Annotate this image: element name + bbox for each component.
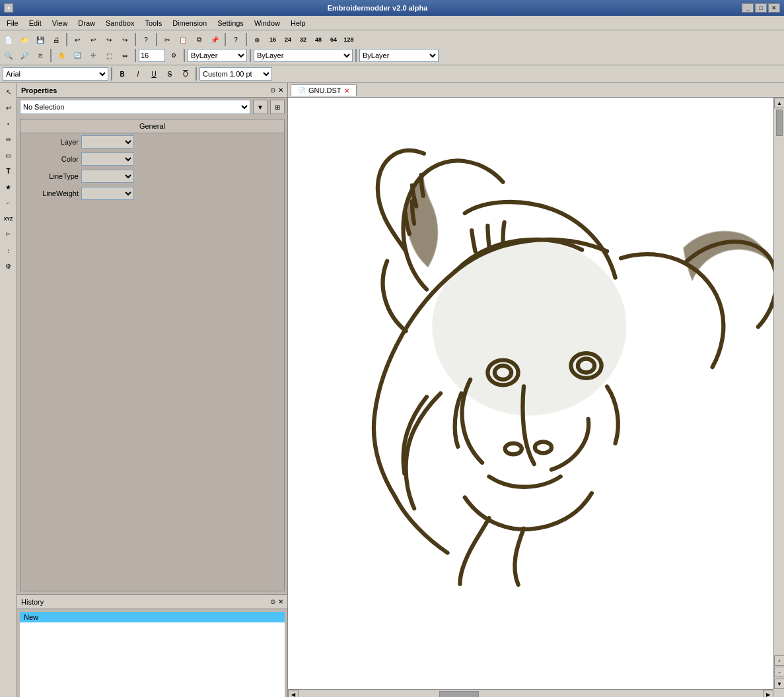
settings-tool[interactable]: ⚙	[1, 259, 16, 273]
scroll-down-btn2[interactable]: −	[774, 667, 784, 677]
rotate-button[interactable]: 🔄	[70, 48, 85, 63]
separator12	[196, 67, 197, 81]
scroll-left-btn[interactable]: ◀	[288, 690, 299, 698]
linetype-dropdown[interactable]	[81, 170, 134, 183]
pan2-button[interactable]: ⬚	[102, 48, 116, 63]
separator11	[111, 67, 112, 81]
canvas-tab-bar: 📄 GNU.DST ✕	[288, 83, 784, 98]
menu-view[interactable]: View	[47, 18, 73, 28]
snap-16[interactable]: 16	[266, 32, 280, 47]
menu-draw[interactable]: Draw	[73, 18, 100, 28]
select-tool[interactable]: ↖	[1, 84, 16, 99]
menu-file[interactable]: File	[1, 18, 24, 28]
color-select[interactable]: ByLayer	[254, 49, 353, 62]
back-tool[interactable]: ↩	[1, 100, 16, 115]
stitch-tool[interactable]: ⋮	[1, 243, 16, 257]
menu-dimension[interactable]: Dimension	[167, 18, 212, 28]
question-button[interactable]: ?	[229, 32, 243, 47]
scroll-down-btn[interactable]: +	[774, 655, 784, 666]
menu-settings[interactable]: Settings	[212, 18, 249, 28]
layer-select[interactable]: ByLayer	[188, 49, 247, 62]
print-button[interactable]: 🖨	[49, 32, 63, 47]
layer-settings-btn[interactable]: ⚙	[166, 48, 181, 63]
snap-128[interactable]: 128	[341, 32, 356, 47]
snap-icon[interactable]: ⊕	[250, 32, 264, 47]
tab-close-btn[interactable]: ✕	[344, 87, 349, 94]
paste-button[interactable]: 📌	[207, 32, 222, 47]
pan3-button[interactable]: ⇔	[118, 48, 132, 63]
menu-sandbox[interactable]: Sandbox	[100, 18, 139, 28]
star-tool[interactable]: ★	[1, 180, 16, 194]
undo2-button[interactable]: ↩	[86, 32, 100, 47]
scroll-down-btn3[interactable]: ▼	[774, 679, 784, 689]
scroll-up-btn[interactable]: ▲	[774, 98, 784, 108]
menu-edit[interactable]: Edit	[24, 18, 47, 28]
snap-24[interactable]: 24	[281, 32, 295, 47]
open-button[interactable]: 📁	[17, 32, 32, 47]
underline-button[interactable]: U	[147, 67, 161, 81]
color-row: Color	[20, 150, 284, 168]
app-title: Embroidermodder v2.0 alpha	[13, 4, 742, 12]
properties-close-btn[interactable]: ✕	[278, 86, 283, 94]
vertical-scrollbar[interactable]: ▲ + − ▼	[773, 98, 784, 689]
left-toolbar: ↖ ↩ • ✏ ▭ T ★ ⌐ XYZ ⊢ ⋮ ⚙	[0, 83, 17, 697]
minimize-button[interactable]: _	[742, 3, 754, 13]
redo2-button[interactable]: ↪	[118, 32, 132, 47]
redo-button[interactable]: ↪	[102, 32, 116, 47]
strikethrough-button[interactable]: S	[162, 67, 177, 81]
text-tool[interactable]: T	[1, 164, 16, 178]
color-dropdown[interactable]	[81, 152, 134, 166]
toolbars: 📄 📁 💾 🖨 ↩ ↩ ↪ ↪ ? ✂ 📋 ⧉ 📌 ? ⊕ 16 24 32 4…	[0, 30, 784, 65]
scroll-right-btn[interactable]: ▶	[763, 690, 773, 698]
copy-button[interactable]: 📋	[176, 32, 190, 47]
close-button[interactable]: ✕	[768, 3, 780, 13]
history-controls: ⊙ ✕	[270, 598, 283, 605]
undo-button[interactable]: ↩	[70, 32, 85, 47]
quick-select-button[interactable]: ⊞	[270, 100, 285, 114]
linetype-select[interactable]: ByLayer	[359, 49, 439, 62]
polyline-tool[interactable]: ⌐	[1, 195, 16, 210]
point-tool[interactable]: •	[1, 116, 16, 131]
layer-dropdown[interactable]	[81, 135, 134, 149]
filter-button[interactable]: ▼	[253, 100, 267, 114]
bold-button[interactable]: B	[115, 67, 129, 81]
history-float-btn[interactable]: ⊙	[270, 598, 275, 605]
menu-window[interactable]: Window	[249, 18, 285, 28]
snap-32[interactable]: 32	[296, 32, 310, 47]
canvas-viewport[interactable]	[288, 98, 773, 689]
rectangle-tool[interactable]: ▭	[1, 148, 16, 162]
font-size-select[interactable]: Custom 1.00 pt	[199, 67, 272, 81]
overline-button[interactable]: O	[178, 67, 193, 81]
new-button[interactable]: 📄	[1, 32, 16, 47]
scroll-thumb-v[interactable]	[776, 110, 783, 136]
tab-gnu-dst[interactable]: 📄 GNU.DST ✕	[291, 84, 357, 96]
menu-help[interactable]: Help	[285, 18, 311, 28]
properties-float-btn[interactable]: ⊙	[270, 86, 275, 94]
help-button[interactable]: ?	[139, 32, 153, 47]
selection-row: No Selection ▼ ⊞	[17, 98, 287, 116]
xyz-tool[interactable]: XYZ	[1, 211, 16, 226]
maximize-button[interactable]: □	[755, 3, 767, 13]
horizontal-scrollbar[interactable]: ◀ ▶	[288, 689, 773, 697]
save-button[interactable]: 💾	[33, 32, 48, 47]
history-item-new[interactable]: New	[20, 612, 285, 622]
zoom-dynamic-button[interactable]: ⊡	[33, 48, 48, 63]
scroll-thumb-h[interactable]	[439, 691, 479, 697]
history-close-btn[interactable]: ✕	[278, 598, 283, 605]
zoom-window-button[interactable]: 🔎	[17, 48, 32, 63]
pencil-tool[interactable]: ✏	[1, 132, 16, 147]
layer-input[interactable]	[139, 49, 165, 62]
snap-48[interactable]: 48	[311, 32, 326, 47]
italic-button[interactable]: I	[131, 67, 145, 81]
cut-button[interactable]: ✂	[160, 32, 174, 47]
menu-tools[interactable]: Tools	[139, 18, 167, 28]
zoom-all-button[interactable]: 🔍	[1, 48, 16, 63]
lineweight-dropdown[interactable]	[81, 187, 134, 200]
copy2-button[interactable]: ⧉	[192, 32, 206, 47]
measure-tool[interactable]: ⊢	[1, 227, 16, 242]
snap-64[interactable]: 64	[326, 32, 341, 47]
pan-button[interactable]: ✋	[54, 48, 69, 63]
font-select[interactable]: Arial	[3, 67, 108, 81]
move-button[interactable]: ☩	[86, 48, 100, 63]
selection-dropdown[interactable]: No Selection	[20, 100, 250, 114]
